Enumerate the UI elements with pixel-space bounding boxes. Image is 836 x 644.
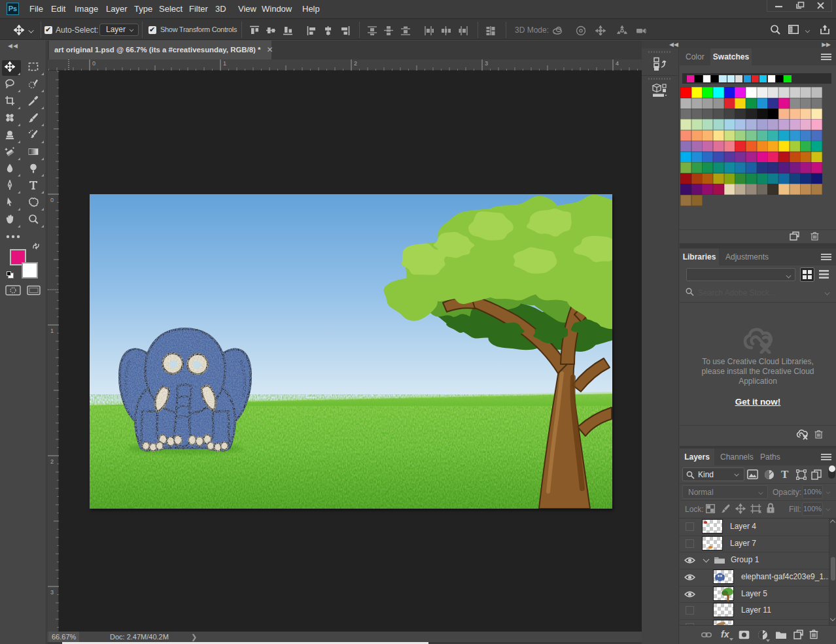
svg-text:0: 0 xyxy=(50,197,54,203)
svg-text:1: 1 xyxy=(50,328,54,334)
svg-text:2: 2 xyxy=(50,458,54,465)
svg-text:4: 4 xyxy=(616,60,619,67)
svg-text:3: 3 xyxy=(485,60,488,67)
svg-text:2: 2 xyxy=(354,60,357,67)
svg-text:1: 1 xyxy=(223,60,226,67)
svg-text:0: 0 xyxy=(92,60,96,67)
svg-text:3: 3 xyxy=(50,589,54,596)
